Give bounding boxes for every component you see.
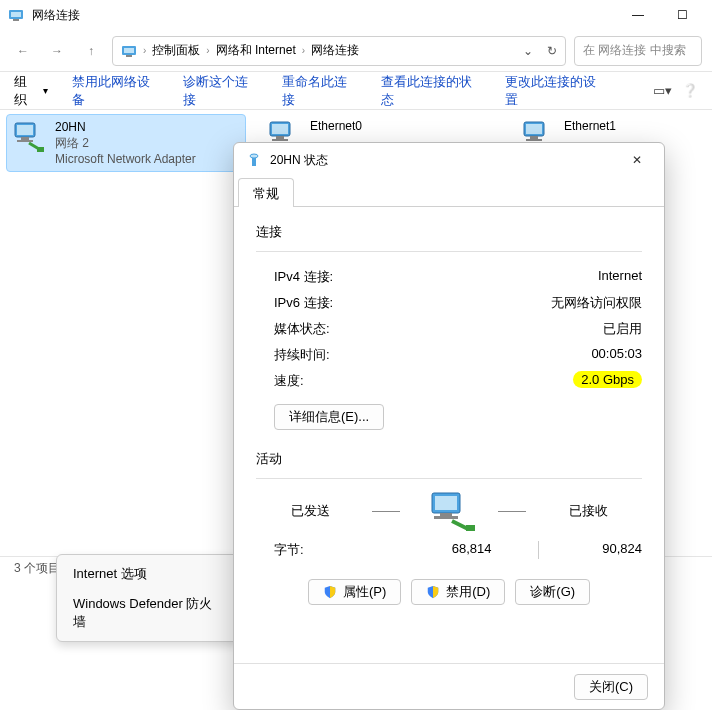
group-connection-title: 连接 (256, 223, 642, 241)
history-dropdown-icon[interactable]: ⌄ (523, 44, 533, 58)
ipv6-value: 无网络访问权限 (551, 294, 642, 312)
group-activity: 活动 已发送 已接收 字节: 68,814 90,824 (256, 450, 642, 559)
crumb-leaf[interactable]: 网络连接 (311, 42, 359, 59)
menu-item-defender-firewall[interactable]: Windows Defender 防火墙 (57, 589, 241, 637)
group-connection: 连接 IPv4 连接:Internet IPv6 连接:无网络访问权限 媒体状态… (256, 223, 642, 430)
shield-icon (426, 585, 440, 599)
window-titlebar: 网络连接 — ☐ (0, 0, 712, 30)
search-input[interactable]: 在 网络连接 中搜索 (574, 36, 702, 66)
duration-value: 00:05:03 (591, 346, 642, 364)
conn-name: 20HN (55, 119, 196, 135)
maximize-button[interactable]: ☐ (660, 0, 704, 30)
divider (538, 541, 539, 559)
recv-label: 已接收 (548, 502, 628, 520)
item-count: 3 个项目 (14, 560, 60, 577)
minimize-button[interactable]: — (616, 0, 660, 30)
shield-icon (323, 585, 337, 599)
context-menu: Internet 选项 Windows Defender 防火墙 (56, 554, 242, 642)
duration-label: 持续时间: (274, 346, 591, 364)
conn-name: Ethernet0 (310, 118, 362, 134)
crumb-root[interactable]: 控制面板 (152, 42, 200, 59)
command-bar: 组织▾ 禁用此网络设备 诊断这个连接 重命名此连接 查看此连接的状态 更改此连接… (0, 72, 712, 110)
dialog-icon (246, 152, 262, 168)
up-button[interactable]: ↑ (78, 38, 104, 64)
bytes-sent-value: 68,814 (394, 541, 532, 559)
separator (256, 478, 642, 479)
dash-icon (372, 511, 400, 512)
sent-label: 已发送 (270, 502, 350, 520)
ipv4-label: IPv4 连接: (274, 268, 598, 286)
view-help-button[interactable]: ❔ (682, 83, 698, 98)
view-icons-button[interactable]: ▭▾ (653, 83, 672, 98)
network-adapter-icon (11, 119, 47, 155)
cmd-view-status[interactable]: 查看此连接的状态 (381, 73, 481, 109)
dialog-titlebar: 20HN 状态 ✕ (234, 143, 664, 177)
bytes-recv-value: 90,824 (545, 541, 643, 559)
ipv4-value: Internet (598, 268, 642, 286)
cmd-rename[interactable]: 重命名此连接 (282, 73, 357, 109)
crumb-mid[interactable]: 网络和 Internet (216, 42, 296, 59)
chevron-right-icon: › (302, 45, 305, 56)
cmd-change-settings[interactable]: 更改此连接的设置 (505, 73, 605, 109)
menu-item-internet-options[interactable]: Internet 选项 (57, 559, 241, 589)
search-placeholder: 在 网络连接 中搜索 (583, 42, 686, 59)
media-label: 媒体状态: (274, 320, 603, 338)
separator (256, 251, 642, 252)
cmd-disable-device[interactable]: 禁用此网络设备 (72, 73, 159, 109)
dialog-body: 连接 IPv4 连接:Internet IPv6 连接:无网络访问权限 媒体状态… (234, 207, 664, 663)
conn-device: Microsoft Network Adapter (55, 151, 196, 167)
chevron-down-icon: ▾ (43, 85, 48, 96)
dialog-footer: 关闭(C) (234, 663, 664, 709)
refresh-icon[interactable]: ↻ (547, 44, 557, 58)
bytes-label: 字节: (274, 541, 394, 559)
back-button[interactable]: ← (10, 38, 36, 64)
details-button[interactable]: 详细信息(E)... (274, 404, 384, 430)
tab-general[interactable]: 常规 (238, 178, 294, 207)
svg-point-18 (250, 154, 258, 158)
cmd-diagnose[interactable]: 诊断这个连接 (183, 73, 258, 109)
breadcrumb-icon (121, 43, 137, 59)
window-title: 网络连接 (32, 7, 80, 24)
dialog-title: 20HN 状态 (270, 152, 328, 169)
connection-item-20hn[interactable]: 20HN 网络 2 Microsoft Network Adapter (6, 114, 246, 172)
breadcrumb[interactable]: › 控制面板 › 网络和 Internet › 网络连接 ⌄ ↻ (112, 36, 566, 66)
forward-button[interactable]: → (44, 38, 70, 64)
address-bar-row: ← → ↑ › 控制面板 › 网络和 Internet › 网络连接 ⌄ ↻ 在… (0, 30, 712, 72)
chevron-right-icon: › (206, 45, 209, 56)
dialog-close-button[interactable]: ✕ (622, 145, 652, 175)
chevron-right-icon: › (143, 45, 146, 56)
group-activity-title: 活动 (256, 450, 642, 468)
conn-network: 网络 2 (55, 135, 196, 151)
close-button[interactable]: 关闭(C) (574, 674, 648, 700)
activity-icon (422, 491, 476, 531)
organize-button[interactable]: 组织▾ (14, 73, 48, 109)
properties-button[interactable]: 属性(P) (308, 579, 401, 605)
dash-icon (498, 511, 526, 512)
speed-value: 2.0 Gbps (573, 371, 642, 388)
dialog-tabs: 常规 (234, 177, 664, 207)
media-value: 已启用 (603, 320, 642, 338)
disable-button[interactable]: 禁用(D) (411, 579, 505, 605)
status-dialog: 20HN 状态 ✕ 常规 连接 IPv4 连接:Internet IPv6 连接… (233, 142, 665, 710)
speed-label: 速度: (274, 372, 573, 390)
diagnose-button[interactable]: 诊断(G) (515, 579, 590, 605)
window-icon (8, 7, 24, 23)
conn-name: Ethernet1 (564, 118, 618, 134)
ipv6-label: IPv6 连接: (274, 294, 551, 312)
